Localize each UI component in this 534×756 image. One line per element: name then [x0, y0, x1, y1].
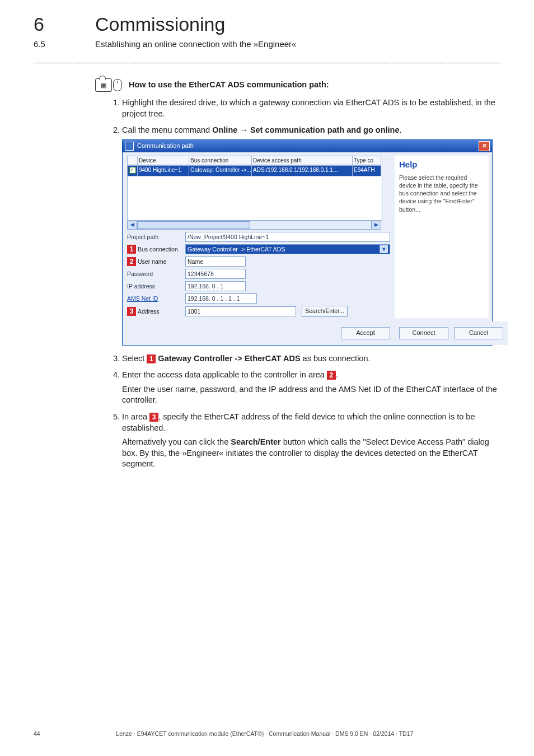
marker-3-inline: 3: [149, 413, 158, 422]
step-2: Call the menu command Online → Set commu…: [122, 125, 498, 346]
label-ams-net-id: AMS Net ID: [127, 295, 185, 302]
grid-header: Device Bus connection Device access path…: [127, 156, 390, 166]
label-ip-address: IP address: [127, 282, 185, 290]
help-header: Help: [399, 159, 484, 170]
ip-address-field[interactable]: 192.168. 0 . 1: [185, 281, 246, 291]
accept-button[interactable]: Accept: [341, 327, 390, 339]
howto-icon: ▦: [95, 78, 122, 92]
marker-2: 2: [127, 257, 136, 266]
label-password: Password: [127, 270, 185, 278]
chevron-down-icon[interactable]: ▼: [380, 245, 388, 253]
search-enter-button[interactable]: Search/Enter...: [302, 306, 348, 317]
step-3: Select 1 Gateway Controller -> EtherCAT …: [122, 353, 498, 365]
project-path-field[interactable]: /New_Project/9400 HighLine~1: [185, 232, 390, 242]
howto-title: How to use the EtherCAT ADS communicatio…: [129, 80, 329, 91]
marker-1: 1: [127, 245, 136, 254]
cancel-button[interactable]: Cancel: [454, 327, 503, 339]
bus-connection-select[interactable]: Gateway Controller -> EtherCAT ADS ▼: [185, 244, 390, 254]
ams-net-id-field[interactable]: 192.168. 0 . 1 . 1 . 1: [185, 293, 257, 304]
horizontal-scrollbar[interactable]: ◀ ▶: [127, 221, 381, 230]
scroll-right-icon[interactable]: ▶: [371, 221, 381, 230]
page-number: 44: [34, 730, 40, 737]
user-name-field[interactable]: Name: [185, 256, 246, 267]
connect-button[interactable]: Connect: [399, 327, 448, 339]
footer-text: Lenze · E94AYCET communication module (E…: [40, 730, 489, 737]
label-bus-connection: Bus connection: [136, 245, 185, 253]
grid-body: [127, 176, 382, 221]
step-5: In area 3, specify the EtherCAT address …: [122, 412, 498, 470]
chapter-title: Commissioning: [95, 13, 225, 35]
address-field[interactable]: 1001: [185, 306, 296, 316]
step-1: Highlight the desired drive, to which a …: [122, 97, 498, 119]
label-address: Address: [136, 307, 185, 315]
scroll-left-icon[interactable]: ◀: [127, 221, 137, 230]
grid-row[interactable]: 9400 HighLine~1 Gateway: Controller ->..…: [127, 165, 390, 176]
label-user-name: User name: [136, 258, 185, 265]
marker-3: 3: [127, 307, 136, 316]
step-4: Enter the access data applicable to the …: [122, 370, 498, 406]
help-text: Please select the required device in the…: [399, 174, 484, 213]
dialog-title: Communication path: [137, 142, 194, 150]
marker-2-inline: 2: [327, 371, 336, 380]
window-icon: [125, 142, 134, 151]
dialog-communication-path: Communication path ✕ Device Bus connecti…: [122, 139, 493, 346]
section-number: 6.5: [34, 39, 45, 49]
chapter-number: 6: [34, 13, 44, 35]
section-title: Establishing an online connection with t…: [95, 39, 296, 49]
check-icon[interactable]: [129, 167, 136, 174]
marker-1-inline: 1: [147, 354, 156, 363]
label-project-path: Project path: [127, 233, 185, 241]
divider: [34, 63, 500, 63]
password-field[interactable]: 12345678: [185, 269, 246, 279]
close-icon[interactable]: ✕: [479, 141, 490, 151]
